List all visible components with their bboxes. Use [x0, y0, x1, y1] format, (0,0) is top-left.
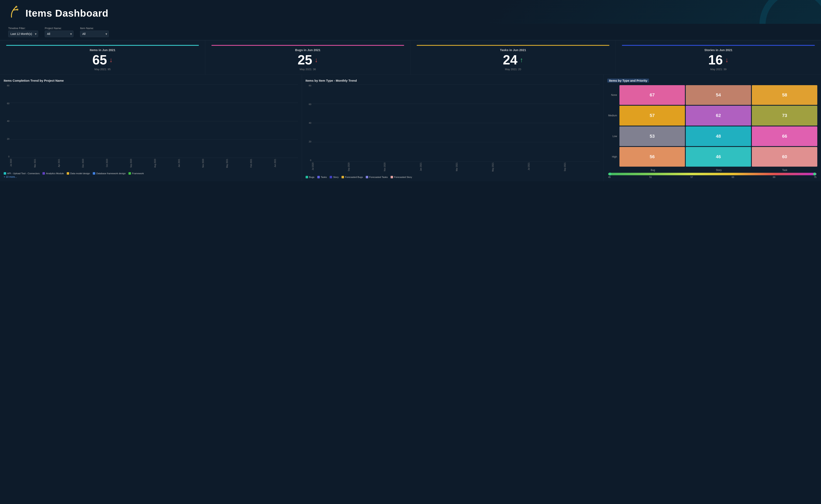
kpi-value-row-0: 65 ↓ — [92, 53, 113, 66]
treemap-cell-1-1[interactable]: 62 — [686, 106, 751, 125]
chart2-grid — [312, 84, 600, 162]
kpi-title-0: Items in Jun 2021 — [90, 48, 115, 52]
header: Items Dashboard — [0, 0, 821, 24]
chart1-grid — [10, 84, 298, 158]
treemap-cell-0-1[interactable]: 54 — [686, 85, 751, 105]
chart1-x-label: Apr 2021 — [58, 159, 82, 168]
filters-bar: Timeline Filter: Last 12 Month(s) Last 3… — [0, 24, 821, 40]
timeline-select[interactable]: Last 12 Month(s) Last 3 Month(s) Last 6 … — [8, 31, 38, 37]
kpi-title-3: Stories in Jun 2021 — [704, 48, 733, 52]
kpi-arrow-0: ↓ — [109, 56, 113, 64]
legend-dot — [330, 176, 332, 178]
project-label: Project Name: — [45, 27, 73, 30]
chart1-x-label: Jun 2021 — [274, 159, 298, 168]
treemap-cell-3-0[interactable]: 56 — [619, 147, 685, 167]
treemap-cell-3-2[interactable]: 60 — [752, 147, 817, 167]
chart2-y-label: 40 — [306, 122, 311, 124]
item-filter-group: Item Name: All — [80, 27, 109, 37]
legend-dot — [93, 172, 95, 175]
kpi-value-0: 65 — [92, 53, 107, 66]
legend-dot — [306, 176, 308, 178]
legend-dot — [342, 176, 344, 178]
gradient-label: 57 — [690, 176, 693, 178]
gradient-dot-left — [609, 173, 611, 175]
chart2-y-label: 60 — [306, 103, 311, 105]
treemap-cell-0-0[interactable]: 67 — [619, 85, 685, 105]
item-select[interactable]: All — [80, 31, 109, 37]
treemap-cell-1-0[interactable]: 57 — [619, 106, 685, 125]
chart1-area: 020406080 Jul 2020Mar 2021Apr 2021Dec 20… — [4, 84, 298, 170]
item-label: Item Name: — [80, 27, 109, 30]
treemap-cell-0-2[interactable]: 58 — [752, 85, 817, 105]
chart2-y-label: 0 — [306, 159, 311, 162]
treemap-cell-1-2[interactable]: 73 — [752, 106, 817, 125]
legend-label: Forecasted Bugs — [345, 176, 363, 178]
legend-label: Bugs — [309, 176, 314, 178]
chart3-title: Items by Type and Priority — [607, 79, 817, 82]
chart1-y-label: 20 — [4, 138, 9, 140]
treemap-col-label: Story — [686, 169, 751, 172]
chart1-panel: Items Completion Trend by Project Name 0… — [0, 74, 302, 181]
chart1-x-label: Jul 2020 — [10, 159, 34, 167]
chart1-x-label: Oct 2020 — [106, 159, 130, 168]
legend-dot — [128, 172, 131, 175]
legend-dot — [317, 176, 320, 178]
chart1-legend-item: Data model design — [67, 172, 90, 175]
legend-label: API - Upload Tool - Connectors — [7, 172, 40, 175]
kpi-value-2: 24 — [503, 53, 517, 66]
chart2-title: Items by Item Type - Monthly Trend — [306, 79, 600, 82]
chart2-legend-item: Forecasted Bugs — [342, 176, 363, 178]
kpi-value-3: 16 — [708, 53, 723, 66]
treemap-cell-2-2[interactable]: 66 — [752, 126, 817, 146]
kpi-prev-0: May 2021: 95 — [94, 68, 111, 71]
chart2-area: 020406080 Jul 2020Sep 2020Nov 2020Jan 20… — [306, 84, 600, 174]
legend-label: Forecasted Tasks — [369, 176, 388, 178]
treemap-cell-3-1[interactable]: 46 — [686, 147, 751, 167]
legend-dot — [42, 172, 45, 175]
kpi-prev-2: May 2021: 20 — [505, 68, 521, 71]
chart2-x-label: Mar 2021 — [456, 163, 492, 172]
kpi-card-2: Tasks in Jun 2021 24 ↑ May 2021: 20 — [411, 40, 616, 74]
treemap-cell-2-0[interactable]: 53 — [619, 126, 685, 146]
chart1-more[interactable]: + 10 more... — [4, 175, 298, 178]
legend-label: Database framework design — [96, 172, 126, 175]
chart1-legend-item: Framework — [128, 172, 144, 175]
chart1-x-label: Dec 2020 — [82, 159, 106, 168]
chart2-grid-line — [312, 161, 600, 162]
kpi-card-0: Items in Jun 2021 65 ↓ May 2021: 95 — [0, 40, 205, 74]
chart1-x-label: Sep 2020 — [130, 159, 154, 168]
chart1-x-label: Feb 2021 — [250, 159, 274, 168]
treemap-col-labels: BugStoryTask — [607, 169, 817, 172]
gradient-bar — [608, 173, 816, 175]
gradient-label: 63 — [732, 176, 734, 178]
project-select[interactable]: All — [45, 31, 73, 37]
kpi-value-row-1: 25 ↓ — [298, 53, 318, 66]
kpi-top-border-2 — [417, 45, 609, 46]
chart2-x-label: Sep 2021 — [564, 163, 600, 172]
kpi-arrow-1: ↓ — [315, 56, 318, 64]
legend-label: Analytics Module — [46, 172, 64, 175]
chart2-x-label: May 2021 — [492, 163, 528, 172]
chart1-y-label: 80 — [4, 84, 9, 87]
chart2-grid-line — [312, 84, 600, 85]
chart2-x-label: Jul 2021 — [528, 163, 564, 171]
treemap-row-3: High564660 — [607, 147, 817, 167]
chart3-title-text: Items by Type and Priority — [607, 79, 649, 82]
chart2-legend-item: Story — [330, 176, 339, 178]
legend-label: Data model design — [70, 172, 90, 175]
treemap-row-0: None675458 — [607, 85, 817, 105]
kpi-card-3: Stories in Jun 2021 16 ↓ May 2021: 39 — [616, 40, 821, 74]
kpi-value-row-2: 24 ↑ — [503, 53, 523, 66]
treemap-cell-2-1[interactable]: 48 — [686, 126, 751, 146]
gradient-label: 69 — [773, 176, 775, 178]
treemap-row-label-2: Low — [607, 126, 619, 146]
chart2-legend: BugsTasksStoryForecasted BugsForecasted … — [306, 176, 600, 178]
chart1-x-label: Mar 2021 — [34, 159, 58, 168]
gradient-bar-wrap: 455157636975 — [607, 172, 817, 178]
chart2-xaxis: Jul 2020Sep 2020Nov 2020Jan 2021Mar 2021… — [312, 163, 600, 174]
gradient-label: 45 — [608, 176, 611, 178]
kpi-arrow-3: ↓ — [725, 56, 729, 64]
chart2-panel: Items by Item Type - Monthly Trend 02040… — [302, 74, 604, 181]
chart2-y-label: 20 — [306, 140, 311, 143]
chart1-grid-line — [10, 139, 298, 140]
